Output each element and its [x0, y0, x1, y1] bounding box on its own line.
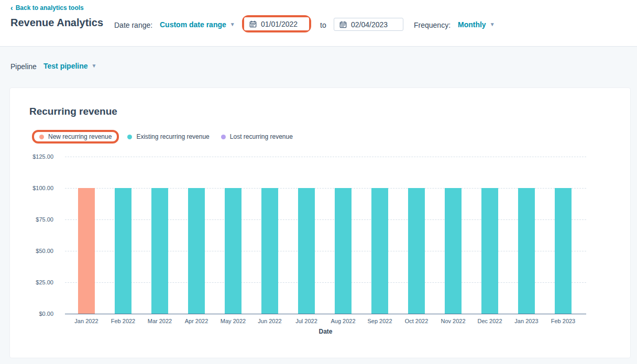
pipeline-dropdown[interactable]: Test pipeline ▼ [43, 62, 96, 70]
chevron-down-icon: ▼ [230, 22, 235, 27]
x-tick-label: Feb 2022 [102, 318, 144, 324]
chart-bar[interactable] [445, 188, 462, 314]
x-tick-label: Jul 2022 [285, 318, 327, 324]
x-tick-label: Oct 2022 [396, 318, 437, 324]
chart-bar[interactable] [371, 188, 388, 314]
bar-chart: $0.00$25.00$50.00$75.00$100.00$125.00Jan… [10, 88, 630, 358]
to-label: to [320, 21, 326, 29]
date-range-dropdown-value: Custom date range [160, 20, 226, 29]
x-tick-label: Dec 2022 [469, 318, 511, 324]
chart-bar[interactable] [555, 188, 572, 314]
start-date-highlight: 01/01/2022 [242, 15, 311, 32]
chart-bar[interactable] [518, 188, 535, 314]
chart-bar[interactable] [78, 188, 95, 314]
pipeline-dropdown-value: Test pipeline [43, 62, 88, 70]
chart-bar[interactable] [225, 188, 241, 314]
back-to-analytics-link[interactable]: ‹ Back to analytics tools [10, 4, 84, 12]
start-date-input[interactable]: 01/01/2022 [244, 17, 309, 30]
x-tick-label: May 2022 [212, 318, 254, 324]
calendar-icon [339, 21, 347, 28]
calendar-icon [249, 20, 257, 28]
recurring-revenue-card: Recurring revenue New recurring revenue … [9, 87, 631, 358]
chart-bar[interactable] [481, 188, 498, 314]
gridline [65, 282, 586, 283]
frequency-dropdown[interactable]: Monthly ▼ [458, 20, 495, 29]
y-tick-label: $50.00 [10, 248, 53, 254]
x-axis-line [65, 314, 586, 314]
chart-bar[interactable] [151, 188, 168, 314]
y-tick-label: $0.00 [10, 311, 53, 317]
chart-bar[interactable] [408, 188, 425, 314]
x-tick-label: Apr 2022 [175, 318, 217, 324]
chart-bar[interactable] [261, 188, 278, 314]
date-range-label: Date range: [114, 21, 152, 29]
chevron-down-icon: ▼ [92, 63, 97, 69]
y-tick-label: $100.00 [10, 185, 53, 191]
y-tick-label: $75.00 [10, 216, 53, 223]
chevron-down-icon: ▼ [490, 22, 495, 27]
x-axis-title: Date [65, 328, 586, 335]
page-header: ‹ Back to analytics tools Revenue Analyt… [0, 0, 637, 47]
y-tick-label: $25.00 [10, 279, 53, 285]
start-date-value: 01/01/2022 [261, 20, 298, 28]
x-tick-label: Jan 2023 [506, 318, 547, 324]
gridline [65, 157, 586, 157]
chart-bar[interactable] [335, 188, 352, 314]
frequency-label: Frequency: [414, 21, 451, 29]
chart-bar[interactable] [298, 188, 315, 314]
gridline [65, 219, 586, 220]
end-date-input[interactable]: 02/04/2023 [334, 18, 403, 31]
gridline [65, 251, 586, 251]
chevron-left-icon: ‹ [10, 5, 13, 11]
date-range-dropdown[interactable]: Custom date range ▼ [160, 20, 235, 29]
x-tick-label: Aug 2022 [322, 318, 364, 324]
frequency-dropdown-value: Monthly [458, 20, 486, 29]
x-tick-label: Mar 2022 [139, 318, 181, 324]
end-date-value: 02/04/2023 [351, 20, 388, 29]
pipeline-label: Pipeline [10, 62, 37, 71]
back-link-label: Back to analytics tools [16, 4, 84, 12]
chart-bar[interactable] [115, 188, 131, 314]
gridline [65, 188, 586, 189]
x-tick-label: Jan 2022 [65, 318, 107, 324]
y-tick-label: $125.00 [10, 153, 53, 160]
x-tick-label: Jun 2022 [249, 318, 291, 324]
page-title: Revenue Analytics [10, 17, 103, 29]
x-tick-label: Sep 2022 [359, 318, 401, 324]
x-tick-label: Nov 2022 [432, 318, 474, 324]
chart-bar[interactable] [188, 188, 205, 314]
x-tick-label: Feb 2023 [542, 318, 584, 324]
